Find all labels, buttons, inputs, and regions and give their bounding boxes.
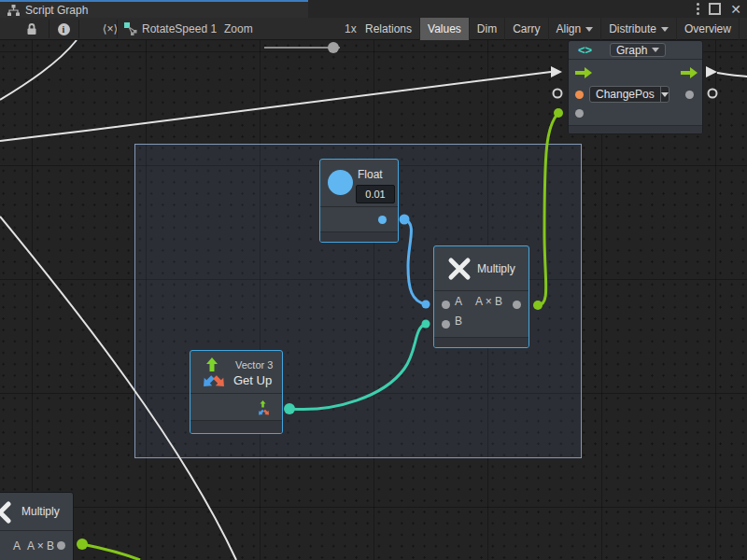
node-title: Multiply	[477, 262, 515, 275]
overview-button[interactable]: Overview	[677, 18, 740, 40]
flow-output-arrow-icon[interactable]	[681, 67, 698, 78]
float-value: 0.01	[365, 189, 385, 200]
fullscreen-button[interactable]: Full Screen	[740, 18, 747, 40]
flow-input-arrow-icon[interactable]	[575, 67, 592, 78]
multiply-x-icon	[0, 500, 12, 525]
input-port-a[interactable]	[442, 301, 450, 309]
output-label-axb: A × B	[475, 295, 502, 308]
relations-button[interactable]: Relations	[358, 18, 420, 40]
float-value-input[interactable]: 0.01	[356, 185, 395, 203]
window-menu-icon[interactable]	[697, 3, 699, 15]
output-label-axb: A × B	[27, 539, 54, 553]
maximize-icon[interactable]	[709, 3, 721, 15]
graph-toolbar: i ⟨×⟩ RotateSpeed 1 Zoom 1x Relations Va…	[0, 18, 747, 40]
float-circle-icon	[328, 170, 353, 195]
graph-event-node[interactable]: <> Graph ChangePos	[568, 40, 703, 134]
lock-icon	[25, 22, 38, 35]
window-controls: ✕	[697, 2, 741, 16]
node-title: Vector 3	[235, 359, 273, 371]
vector3-axes-icon	[198, 357, 230, 389]
tab-script-graph[interactable]: Script Graph	[0, 0, 308, 18]
output-port[interactable]	[513, 301, 521, 309]
node-footer	[569, 125, 702, 134]
input-port-b[interactable]	[442, 320, 450, 329]
graph-dropdown-button[interactable]: Graph	[610, 43, 666, 57]
chevron-down-icon	[661, 92, 669, 97]
code-toggle-icon: ⟨×⟩	[103, 22, 118, 35]
values-button[interactable]: Values	[420, 18, 470, 40]
event-input-port[interactable]	[575, 91, 584, 99]
toolbar-buttons: Relations Values Dim Carry Align Distrib…	[358, 18, 747, 40]
align-dropdown-button[interactable]: Align	[549, 18, 602, 40]
graph-dropdown-label: Graph	[616, 44, 647, 57]
multiply-node-partial[interactable]: Multiply A A × B	[0, 492, 74, 560]
float-output-port[interactable]	[378, 216, 387, 224]
close-icon[interactable]: ✕	[730, 3, 741, 16]
float-node[interactable]: Float 0.01	[319, 159, 399, 243]
chevron-down-icon	[585, 27, 593, 32]
node-footer	[320, 231, 398, 243]
graph-reference-breadcrumb[interactable]: RotateSpeed 1	[142, 22, 217, 35]
port-label-a: A	[13, 539, 21, 553]
port-label-a: A	[455, 295, 462, 308]
event-selector-value: ChangePos	[590, 88, 660, 101]
zoom-slider-handle[interactable]	[328, 42, 339, 53]
carry-button[interactable]: Carry	[505, 18, 548, 40]
info-button[interactable]: i	[52, 18, 75, 40]
event-selector-dropdown[interactable]: ChangePos	[589, 86, 669, 103]
window-titlebar: Script Graph ✕	[0, 0, 747, 18]
multiply-x-icon	[447, 257, 472, 281]
distribute-dropdown-button[interactable]: Distribute	[601, 18, 677, 40]
node-title: Float	[358, 168, 383, 181]
vector3-getup-node[interactable]: Vector 3 Get Up	[190, 350, 283, 434]
zoom-label: Zoom	[224, 22, 253, 35]
output-port[interactable]	[57, 541, 65, 550]
node-title: Multiply	[21, 505, 60, 518]
zoom-value: 1x	[345, 22, 357, 35]
vector3-output-port-icon[interactable]	[256, 400, 272, 416]
dropdown-arrow-box[interactable]	[660, 87, 669, 102]
chevron-down-icon	[661, 27, 669, 32]
multiply-node[interactable]: Multiply A A × B B	[433, 245, 529, 348]
input-port[interactable]	[575, 109, 584, 118]
node-footer	[190, 420, 282, 434]
graph-hierarchy-icon	[7, 5, 20, 16]
node-footer	[434, 337, 529, 348]
tab-title: Script Graph	[25, 4, 88, 17]
graph-reference-icon	[123, 18, 138, 40]
port-label-b: B	[455, 315, 462, 328]
code-brackets-icon: <>	[578, 43, 592, 57]
dim-button[interactable]: Dim	[470, 18, 505, 40]
output-port[interactable]	[685, 91, 694, 99]
chevron-down-icon	[652, 48, 659, 52]
info-icon: i	[58, 23, 70, 35]
node-subtitle: Get Up	[233, 373, 272, 387]
lock-button[interactable]	[21, 18, 43, 40]
